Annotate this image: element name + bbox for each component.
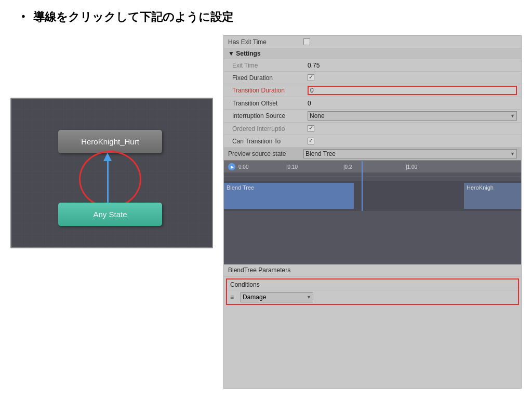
timeline-area: ▶ 0:00 |0:10 |0:2 |1:00 Blend Tree (224, 161, 521, 264)
fixed-duration-row: Fixed Duration (224, 72, 521, 84)
damage-dropdown-arrow: ▼ (307, 295, 311, 300)
preview-source-arrow: ▼ (510, 151, 515, 156)
bullet-point: ・ (16, 10, 30, 24)
has-exit-time-row: Has Exit Time (224, 36, 521, 48)
conditions-header: Conditions (227, 280, 518, 290)
hurt-node-label: HeroKnight_Hurt (81, 137, 139, 146)
timeline-cursor[interactable] (362, 161, 363, 172)
interruption-source-label: Interruption Source (232, 112, 308, 119)
ordered-interruption-row: Ordered Interruptio (224, 123, 521, 135)
inspector-panel: Has Exit Time ▼ Settings Exit Time 0.75 … (223, 35, 522, 389)
state-node-hurt[interactable]: HeroKnight_Hurt (58, 130, 162, 153)
timeline-play-icon[interactable]: ▶ (228, 163, 235, 170)
page-header: ・ 導線をクリックして下記のように設定 (0, 0, 532, 30)
tick-100: |1:00 (406, 164, 417, 170)
timeline-ruler: ▶ 0:00 |0:10 |0:2 |1:00 (224, 161, 521, 172)
exit-time-row: Exit Time 0.75 (224, 59, 521, 72)
has-exit-time-checkbox[interactable] (303, 38, 310, 45)
preview-source-dropdown[interactable]: Blend Tree ▼ (303, 149, 517, 158)
fixed-duration-checkbox[interactable] (308, 74, 314, 81)
transition-offset-label: Transition Offset (232, 100, 308, 107)
preview-source-label: Preview source state (228, 150, 303, 157)
equals-icon: ≡ (230, 294, 237, 301)
cursor-bars (362, 181, 363, 211)
timeline-track-upper (224, 172, 521, 181)
highlight-circle (79, 151, 141, 208)
animator-panel: HeroKnight_Hurt Any State (10, 98, 213, 248)
interruption-source-value: None (310, 112, 325, 119)
settings-label: ▼ Settings (228, 50, 261, 57)
can-transition-label: Can Transition To (232, 138, 308, 145)
header-title: 導線をクリックして下記のように設定 (33, 9, 233, 25)
tick-0: 0:00 (238, 164, 248, 170)
damage-dropdown[interactable]: Damage ▼ (241, 292, 313, 302)
interruption-source-arrow: ▼ (510, 113, 515, 118)
tick-20: |0:2 (343, 164, 352, 170)
conditions-row: ≡ Damage ▼ (227, 290, 518, 304)
blend-tree-params-text: BlendTree Parameters (228, 267, 290, 274)
heroknight-bar: HeroKnigh (464, 183, 521, 209)
blend-tree-bar-label: Blend Tree (224, 183, 257, 192)
has-exit-time-label: Has Exit Time (228, 38, 303, 46)
settings-header: ▼ Settings (224, 48, 521, 59)
transition-duration-value[interactable]: 0 (310, 87, 314, 94)
interruption-source-row: Interruption Source None ▼ (224, 110, 521, 123)
blendtree-params-label: BlendTree Parameters (224, 264, 521, 276)
cursor-upper (362, 172, 363, 181)
damage-label: Damage (243, 294, 266, 301)
ordered-interruption-checkbox[interactable] (308, 125, 314, 132)
state-node-any[interactable]: Any State (58, 203, 162, 226)
transition-duration-label: Transition Duration (232, 87, 308, 94)
can-transition-row: Can Transition To (224, 135, 521, 148)
transition-offset-row: Transition Offset 0 (224, 97, 521, 110)
exit-time-value: 0.75 (308, 62, 517, 69)
conditions-section: Conditions ≡ Damage ▼ (226, 278, 519, 305)
conditions-label: Conditions (230, 281, 260, 288)
exit-time-label: Exit Time (232, 62, 308, 69)
can-transition-checkbox[interactable] (308, 138, 314, 144)
transition-offset-value: 0 (308, 100, 517, 107)
preview-source-value: Blend Tree (305, 150, 336, 157)
any-state-label: Any State (93, 210, 127, 219)
main-layout: HeroKnight_Hurt Any State Has Exit Time … (0, 30, 532, 398)
preview-source-row: Preview source state Blend Tree ▼ (224, 148, 521, 161)
timeline-bars: Blend Tree HeroKnigh (224, 181, 521, 211)
ordered-interruption-label: Ordered Interruptio (232, 125, 308, 132)
blend-tree-bar: Blend Tree (224, 183, 354, 209)
fixed-duration-label: Fixed Duration (232, 74, 308, 82)
transition-duration-row: Transition Duration 0 (224, 84, 521, 97)
heroknight-bar-label: HeroKnigh (464, 183, 496, 192)
interruption-source-dropdown[interactable]: None ▼ (308, 111, 517, 121)
tick-10: |0:10 (286, 164, 298, 170)
